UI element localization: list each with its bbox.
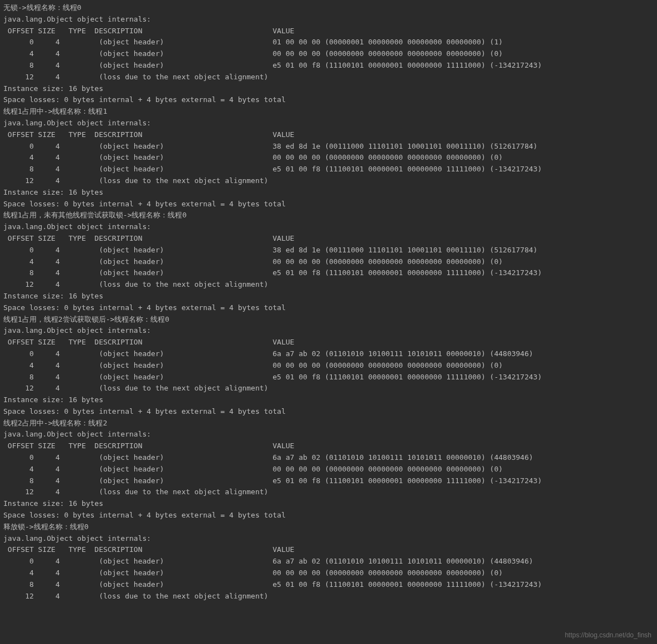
internals-line: java.lang.Object object internals: <box>3 429 647 440</box>
space-losses: Space losses: 0 bytes internal + 4 bytes… <box>3 94 647 106</box>
space-losses: Space losses: 0 bytes internal + 4 bytes… <box>3 406 647 418</box>
table-row: 8 4 (object header) e5 01 00 f8 (1110010… <box>3 60 647 72</box>
table-row: 0 4 (object header) 01 00 00 00 (0000000… <box>3 37 647 48</box>
table-row: 4 4 (object header) 00 00 00 00 (0000000… <box>3 567 647 579</box>
table-header: OFFSET SIZE TYPE DESCRIPTION VALUE <box>3 233 647 245</box>
internals-line: java.lang.Object object internals: <box>3 325 647 337</box>
table-row: 8 4 (object header) e5 01 00 f8 (1110010… <box>3 164 647 175</box>
table-row: 12 4 (loss due to the next object alignm… <box>3 72 647 83</box>
table-row: 12 4 (loss due to the next object alignm… <box>3 486 647 498</box>
table-row: 12 4 (loss due to the next object alignm… <box>3 383 647 394</box>
table-row: 0 4 (object header) 6a a7 ab 02 (0110101… <box>3 348 647 360</box>
table-header: OFFSET SIZE TYPE DESCRIPTION VALUE <box>3 544 647 556</box>
table-row: 4 4 (object header) 00 00 00 00 (0000000… <box>3 48 647 60</box>
block-title: 线程1占用，未有其他线程尝试获取锁->线程名称：线程0 <box>3 210 647 221</box>
table-row: 4 4 (object header) 00 00 00 00 (0000000… <box>3 464 647 475</box>
table-row: 0 4 (object header) 38 ed 8d 1e (0011100… <box>3 245 647 256</box>
instance-size: Instance size: 16 bytes <box>3 187 647 199</box>
instance-size: Instance size: 16 bytes <box>3 291 647 302</box>
table-row: 12 4 (loss due to the next object alignm… <box>3 175 647 187</box>
table-header: OFFSET SIZE TYPE DESCRIPTION VALUE <box>3 26 647 37</box>
space-losses: Space losses: 0 bytes internal + 4 bytes… <box>3 510 647 521</box>
space-losses: Space losses: 0 bytes internal + 4 bytes… <box>3 199 647 210</box>
table-header: OFFSET SIZE TYPE DESCRIPTION VALUE <box>3 440 647 452</box>
table-row: 0 4 (object header) 38 ed 8d 1e (0011100… <box>3 141 647 153</box>
internals-line: java.lang.Object object internals: <box>3 533 647 545</box>
block-title: 无锁->线程名称：线程0 <box>3 2 647 14</box>
instance-size: Instance size: 16 bytes <box>3 83 647 95</box>
block-title: 线程1占用，线程2尝试获取锁后->线程名称：线程0 <box>3 314 647 326</box>
console-output[interactable]: 无锁->线程名称：线程0java.lang.Object object inte… <box>0 0 650 604</box>
block-title: 线程2占用中->线程名称：线程2 <box>3 418 647 429</box>
instance-size: Instance size: 16 bytes <box>3 498 647 510</box>
block-title: 线程1占用中->线程名称：线程1 <box>3 106 647 118</box>
internals-line: java.lang.Object object internals: <box>3 221 647 233</box>
internals-line: java.lang.Object object internals: <box>3 118 647 129</box>
internals-line: java.lang.Object object internals: <box>3 14 647 26</box>
table-row: 8 4 (object header) e5 01 00 f8 (1110010… <box>3 372 647 383</box>
table-row: 4 4 (object header) 00 00 00 00 (0000000… <box>3 152 647 164</box>
table-row: 0 4 (object header) 6a a7 ab 02 (0110101… <box>3 452 647 464</box>
table-row: 4 4 (object header) 00 00 00 00 (0000000… <box>3 360 647 372</box>
table-row: 4 4 (object header) 00 00 00 00 (0000000… <box>3 256 647 268</box>
table-row: 8 4 (object header) e5 01 00 f8 (1110010… <box>3 475 647 487</box>
table-row: 12 4 (loss due to the next object alignm… <box>3 591 647 602</box>
table-row: 8 4 (object header) e5 01 00 f8 (1110010… <box>3 267 647 279</box>
table-row: 8 4 (object header) e5 01 00 f8 (1110010… <box>3 579 647 591</box>
table-row: 0 4 (object header) 6a a7 ab 02 (0110101… <box>3 556 647 567</box>
table-row: 12 4 (loss due to the next object alignm… <box>3 279 647 291</box>
instance-size: Instance size: 16 bytes <box>3 394 647 406</box>
table-header: OFFSET SIZE TYPE DESCRIPTION VALUE <box>3 129 647 141</box>
block-title: 释放锁->线程名称：线程0 <box>3 521 647 533</box>
space-losses: Space losses: 0 bytes internal + 4 bytes… <box>3 302 647 314</box>
table-header: OFFSET SIZE TYPE DESCRIPTION VALUE <box>3 337 647 348</box>
